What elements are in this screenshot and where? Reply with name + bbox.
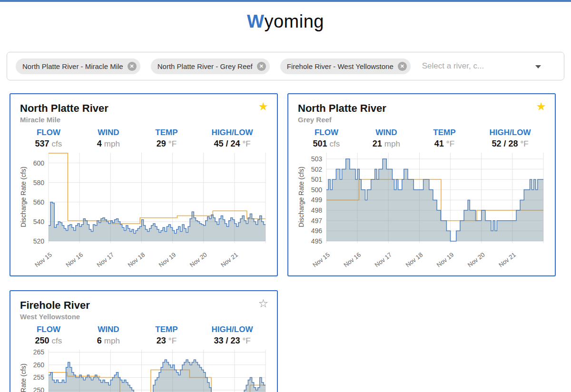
svg-text:560: 560 — [33, 198, 45, 206]
stat-wind: WIND 6 mph — [79, 325, 138, 346]
stat-unit: °F — [520, 139, 528, 148]
stat-unit: °F — [446, 139, 454, 148]
svg-text:Discharge Rate (cfs): Discharge Rate (cfs) — [20, 167, 27, 227]
stat-label: WIND — [357, 128, 416, 137]
svg-text:600: 600 — [33, 159, 45, 167]
stat-label: HIGH/LOW — [195, 128, 269, 137]
river-card-miracle-mile: North Platte River ★ Miracle Mile FLOW 5… — [10, 93, 278, 276]
svg-text:Nov 19: Nov 19 — [158, 251, 177, 269]
svg-text:Nov 19: Nov 19 — [435, 251, 455, 269]
stat-value: 52 / 28 — [492, 139, 518, 148]
stat-high-low: HIGH/LOW 33 / 23 °F — [195, 325, 269, 346]
svg-text:Nov 18: Nov 18 — [404, 251, 424, 269]
stat-label: HIGH/LOW — [195, 325, 269, 334]
river-name: North Platte River — [20, 102, 269, 115]
svg-text:Nov 17: Nov 17 — [95, 251, 115, 269]
svg-text:503: 503 — [311, 155, 323, 163]
river-location: Grey Reef — [298, 116, 547, 124]
svg-text:502: 502 — [311, 166, 323, 173]
stat-value: 23 — [157, 336, 166, 345]
stat-flow: FLOW 537 cfs — [18, 128, 79, 149]
discharge-chart: 520540560580600Nov 15Nov 16Nov 17Nov 18N… — [18, 150, 269, 269]
stat-unit: °F — [242, 336, 250, 345]
stat-flow: FLOW 501 cfs — [296, 128, 357, 149]
svg-text:Nov 15: Nov 15 — [311, 251, 331, 269]
favorite-star-icon[interactable]: ★ — [536, 101, 546, 112]
stat-unit: mph — [104, 336, 120, 345]
discharge-chart: 235240245250255260265Nov 15Nov 16Nov 17N… — [18, 347, 269, 392]
svg-text:498: 498 — [311, 206, 323, 214]
stat-wind: WIND 21 mph — [357, 128, 416, 149]
river-card-west-yellowstone: Firehole River ☆ West Yellowstone FLOW 2… — [10, 290, 278, 392]
stat-unit: cfs — [52, 139, 62, 148]
svg-text:499: 499 — [311, 196, 323, 204]
dropdown-caret-icon[interactable] — [535, 65, 541, 69]
stat-label: TEMP — [138, 128, 195, 137]
river-name: North Platte River — [298, 102, 547, 115]
chip-label: North Platte River - Grey Reef — [158, 62, 253, 70]
stat-unit: °F — [168, 139, 177, 148]
svg-text:540: 540 — [33, 218, 45, 225]
stat-value: 41 — [434, 139, 444, 148]
river-card-grey-reef: North Platte River ★ Grey Reef FLOW 501 … — [287, 93, 556, 276]
stats-row: FLOW 537 cfs WIND 4 mph TEMP 29 °F HIGH/… — [18, 128, 269, 149]
remove-chip-icon[interactable]: ✕ — [398, 62, 407, 71]
favorite-star-icon[interactable]: ☆ — [258, 298, 268, 309]
svg-text:Discharge Rate (cfs): Discharge Rate (cfs) — [20, 363, 27, 392]
stat-label: FLOW — [18, 325, 79, 334]
svg-text:Nov 17: Nov 17 — [373, 251, 393, 269]
stat-value: 6 — [97, 336, 102, 345]
svg-text:Nov 18: Nov 18 — [127, 251, 147, 269]
stat-value: 4 — [97, 139, 102, 148]
stat-high-low: HIGH/LOW 52 / 28 °F — [473, 128, 547, 149]
svg-text:Nov 21: Nov 21 — [497, 251, 517, 269]
selected-river-chip[interactable]: North Platte River - Miracle Mile ✕ — [16, 59, 140, 74]
svg-text:501: 501 — [311, 176, 323, 183]
remove-chip-icon[interactable]: ✕ — [128, 62, 137, 71]
remove-chip-icon[interactable]: ✕ — [257, 62, 266, 71]
svg-text:496: 496 — [311, 227, 323, 235]
svg-text:Nov 15: Nov 15 — [33, 251, 53, 269]
selected-river-chip[interactable]: Firehole River - West Yellowstone ✕ — [280, 59, 411, 74]
selected-river-chip[interactable]: North Platte River - Grey Reef ✕ — [151, 59, 270, 74]
favorite-star-icon[interactable]: ★ — [258, 101, 268, 112]
stat-label: HIGH/LOW — [473, 128, 547, 137]
svg-text:497: 497 — [311, 217, 323, 225]
stat-unit: °F — [168, 336, 177, 345]
stat-unit: °F — [242, 139, 250, 148]
svg-text:Nov 20: Nov 20 — [466, 251, 486, 269]
svg-text:500: 500 — [311, 186, 323, 194]
river-search-input[interactable] — [421, 61, 542, 71]
stat-value: 250 — [35, 336, 49, 345]
stat-value: 537 — [35, 139, 49, 148]
svg-text:Nov 20: Nov 20 — [188, 251, 208, 269]
stat-label: WIND — [79, 325, 138, 334]
page-title: Wyoming — [0, 11, 571, 32]
stat-unit: cfs — [52, 336, 62, 345]
stat-label: TEMP — [138, 325, 195, 334]
river-select-bar[interactable]: North Platte River - Miracle Mile ✕ Nort… — [7, 52, 564, 80]
discharge-chart: 495496497498499500501502503Nov 15Nov 16N… — [296, 150, 547, 269]
stat-value: 33 / 23 — [214, 336, 240, 345]
stat-unit: mph — [104, 139, 120, 148]
stat-temp: TEMP 41 °F — [416, 128, 473, 149]
stats-row: FLOW 250 cfs WIND 6 mph TEMP 23 °F HIGH/… — [18, 325, 269, 346]
stat-label: FLOW — [18, 128, 79, 137]
svg-text:580: 580 — [33, 179, 45, 186]
stat-unit: mph — [384, 139, 400, 148]
top-accent-bar — [0, 0, 571, 2]
svg-text:265: 265 — [33, 348, 45, 356]
stat-value: 501 — [313, 139, 327, 148]
svg-text:Discharge Rate (cfs): Discharge Rate (cfs) — [297, 167, 305, 227]
svg-text:Nov 16: Nov 16 — [64, 251, 84, 269]
stat-wind: WIND 4 mph — [79, 128, 138, 149]
svg-text:Nov 21: Nov 21 — [219, 251, 239, 269]
stat-value: 21 — [373, 139, 382, 148]
svg-text:495: 495 — [311, 237, 323, 245]
stat-high-low: HIGH/LOW 45 / 24 °F — [195, 128, 269, 149]
stat-temp: TEMP 29 °F — [138, 128, 195, 149]
chip-label: Firehole River - West Yellowstone — [287, 62, 394, 70]
stat-temp: TEMP 23 °F — [138, 325, 195, 346]
svg-text:255: 255 — [33, 373, 45, 381]
stat-label: TEMP — [416, 128, 473, 137]
